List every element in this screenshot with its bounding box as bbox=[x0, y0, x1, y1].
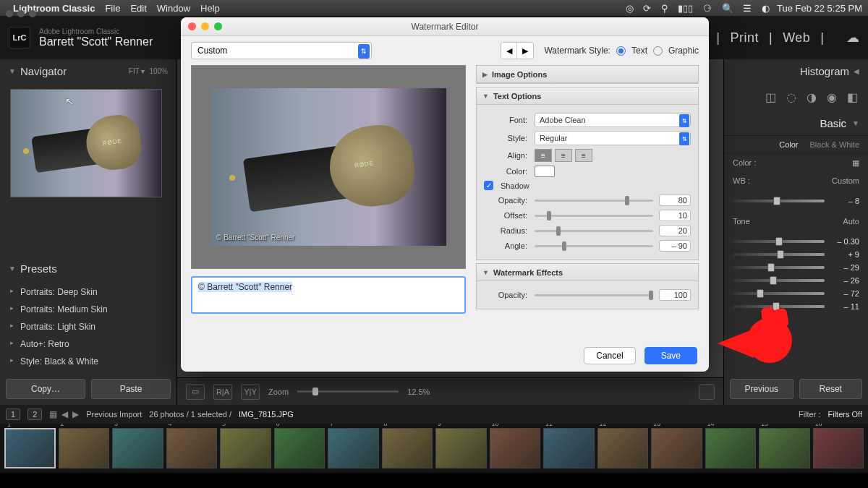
profile-grid-icon[interactable]: ▦ bbox=[852, 158, 859, 168]
exposure-slider[interactable] bbox=[733, 240, 825, 243]
menu-edit[interactable]: Edit bbox=[130, 3, 146, 14]
next-image-button[interactable]: ▶ bbox=[517, 43, 533, 59]
navigator-header[interactable]: ▼ Navigator FIT ▾ 100% bbox=[0, 59, 176, 83]
fwd-icon[interactable]: ▶ bbox=[72, 409, 79, 419]
watermark-text-input[interactable]: © Barrett "Scott" Renner bbox=[191, 276, 466, 314]
style-select[interactable]: Regular⇅ bbox=[535, 131, 691, 145]
shadow-2-value[interactable]: 20 bbox=[659, 225, 691, 236]
control-center-icon[interactable]: ☰ bbox=[743, 3, 752, 14]
effects-opacity-value[interactable]: 100 bbox=[659, 289, 691, 301]
filmstrip-item[interactable]: 6 bbox=[274, 428, 326, 468]
filmstrip-item[interactable]: 16 bbox=[813, 428, 864, 468]
mask-tool-icon[interactable]: ◑ bbox=[807, 90, 817, 104]
cc-icon[interactable]: ◎ bbox=[626, 3, 634, 14]
copy-button[interactable]: Copy… bbox=[6, 379, 85, 399]
shadow-checkbox[interactable]: ✓ bbox=[484, 181, 493, 190]
filmstrip-item[interactable]: 14 bbox=[705, 428, 757, 468]
text-options-header[interactable]: ▼Text Options bbox=[477, 87, 698, 105]
menu-file[interactable]: File bbox=[105, 3, 120, 14]
align-left-button[interactable]: ≡ bbox=[535, 149, 552, 162]
preset-item[interactable]: Portraits: Deep Skin bbox=[0, 283, 176, 301]
shadow-3-value[interactable]: – 90 bbox=[659, 240, 691, 252]
align-right-button[interactable]: ≡ bbox=[575, 149, 592, 162]
filmstrip-item[interactable]: 13 bbox=[651, 428, 702, 468]
style-graphic-radio[interactable] bbox=[653, 46, 663, 56]
font-select[interactable]: Adobe Clean⇅ bbox=[535, 113, 691, 127]
secondary-display-2[interactable]: 2 bbox=[27, 408, 42, 420]
sync-icon[interactable]: ⟳ bbox=[643, 3, 651, 14]
preset-item[interactable]: Portraits: Light Skin bbox=[0, 318, 176, 335]
filmstrip-item[interactable]: 9 bbox=[435, 428, 487, 468]
filmstrip-item[interactable]: 4 bbox=[166, 428, 218, 468]
shadow-1-value[interactable]: 10 bbox=[659, 210, 691, 221]
contrast-slider[interactable] bbox=[733, 253, 825, 256]
menu-help[interactable]: Help bbox=[200, 3, 220, 14]
redeye-tool-icon[interactable]: ◉ bbox=[827, 90, 837, 104]
effects-opacity-slider[interactable] bbox=[535, 294, 653, 296]
filter-value[interactable]: Filters Off bbox=[828, 410, 862, 419]
shadow-0-value[interactable]: 80 bbox=[659, 194, 691, 206]
preset-item[interactable]: Style: Black & White bbox=[0, 353, 176, 370]
filmstrip-item[interactable]: 5 bbox=[220, 428, 271, 468]
filmstrip-item[interactable]: 12 bbox=[597, 428, 649, 468]
before-after-tb-icon[interactable]: Y|Y bbox=[241, 384, 260, 400]
filmstrip[interactable]: 12345678910111213141516 bbox=[0, 424, 868, 473]
module-item[interactable]: Web bbox=[783, 30, 810, 46]
back-icon[interactable]: ◀ bbox=[61, 409, 68, 419]
presets-header[interactable]: ▼ Presets bbox=[0, 257, 176, 281]
shadow-2-slider[interactable] bbox=[535, 230, 653, 232]
basic-header[interactable]: Basic ▼ bbox=[724, 111, 868, 136]
filmstrip-item[interactable]: 11 bbox=[543, 428, 595, 468]
shadow-3-slider[interactable] bbox=[535, 245, 653, 247]
preset-dropdown[interactable]: Custom ⇅ bbox=[191, 42, 372, 59]
whites-slider[interactable] bbox=[733, 292, 825, 295]
prev-image-button[interactable]: ◀ bbox=[501, 43, 517, 59]
battery-icon[interactable]: ▮▯▯ bbox=[678, 3, 693, 14]
siri-icon[interactable]: ◐ bbox=[762, 3, 770, 14]
wifi-icon[interactable]: ⚆ bbox=[703, 3, 712, 14]
shadow-1-slider[interactable] bbox=[535, 215, 653, 217]
align-center-button[interactable]: ≡ bbox=[555, 149, 572, 162]
wb-value[interactable]: Custom bbox=[832, 176, 859, 185]
soft-proof-toggle[interactable] bbox=[699, 384, 715, 400]
filmstrip-item[interactable]: 1 bbox=[4, 428, 56, 468]
filmstrip-item[interactable]: 8 bbox=[382, 428, 433, 468]
style-text-radio[interactable] bbox=[616, 46, 626, 56]
treatment-color[interactable]: Color bbox=[779, 140, 798, 149]
menubar-clock[interactable]: Tue Feb 22 5:25 PM bbox=[777, 3, 862, 14]
temp-slider[interactable] bbox=[733, 200, 825, 202]
menu-window[interactable]: Window bbox=[157, 3, 190, 14]
filmstrip-item[interactable]: 2 bbox=[59, 428, 110, 468]
nav-zoom[interactable]: 100% bbox=[149, 67, 168, 75]
highlights-slider[interactable] bbox=[733, 266, 825, 269]
reset-button[interactable]: Reset bbox=[799, 379, 863, 399]
navigator-thumbnail[interactable] bbox=[10, 89, 162, 197]
bluetooth-icon[interactable]: ⚲ bbox=[661, 3, 668, 14]
spotlight-icon[interactable]: 🔍 bbox=[722, 3, 733, 14]
preset-item[interactable]: Auto+: Retro bbox=[0, 335, 176, 353]
shadows-slider[interactable] bbox=[733, 279, 825, 282]
save-button[interactable]: Save bbox=[644, 347, 697, 364]
crop-tool-icon[interactable]: ◫ bbox=[765, 90, 776, 104]
zoom-slider[interactable] bbox=[297, 390, 399, 393]
window-traffic-lights[interactable] bbox=[6, 10, 36, 17]
before-after-lr-icon[interactable]: R|A bbox=[213, 384, 232, 400]
paste-button[interactable]: Paste bbox=[91, 379, 171, 399]
histogram-header[interactable]: Histogram ◀ bbox=[724, 59, 868, 83]
previous-button[interactable]: Previous bbox=[730, 379, 793, 399]
nav-fit[interactable]: FIT ▾ bbox=[129, 67, 145, 75]
effects-header[interactable]: ▼Watermark Effects bbox=[477, 264, 698, 281]
filmstrip-item[interactable]: 7 bbox=[328, 428, 379, 468]
filmstrip-item[interactable]: 15 bbox=[759, 428, 810, 468]
color-swatch[interactable] bbox=[535, 166, 555, 177]
preset-item[interactable]: Portraits: Medium Skin bbox=[0, 301, 176, 318]
dialog-traffic-lights[interactable] bbox=[188, 22, 222, 30]
filmstrip-item[interactable]: 10 bbox=[490, 428, 541, 468]
loupe-view-icon[interactable]: ▭ bbox=[186, 384, 205, 400]
cloud-sync-icon[interactable]: ☁ bbox=[846, 30, 860, 46]
filmstrip-item[interactable]: 3 bbox=[112, 428, 163, 468]
module-item[interactable]: Print bbox=[730, 30, 759, 46]
auto-button[interactable]: Auto bbox=[843, 217, 859, 226]
secondary-display-1[interactable]: 1 bbox=[6, 408, 20, 420]
grid-icon[interactable]: ▦ bbox=[49, 409, 57, 419]
